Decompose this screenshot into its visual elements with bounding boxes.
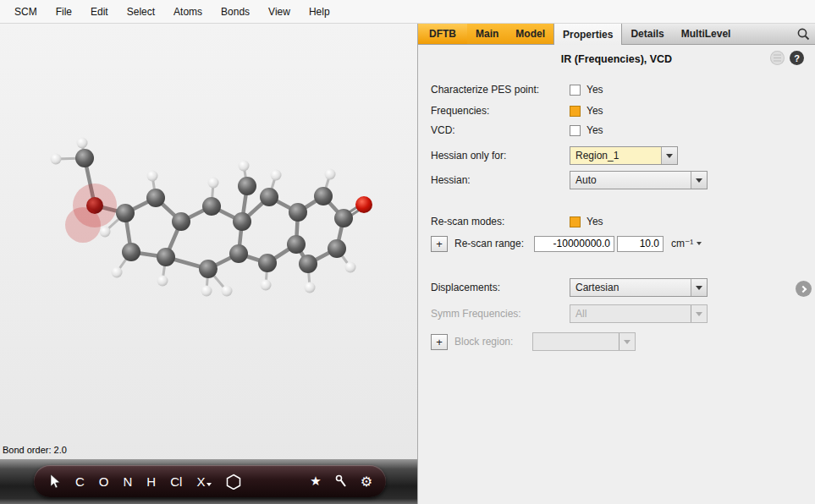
checkbox-label: Yes: [586, 124, 603, 136]
molecule-viewport[interactable]: Bond order: 2.0 C O N H Cl X ★ ⚙: [0, 24, 417, 504]
chevron-down-icon[interactable]: [691, 172, 707, 189]
chevron-down-icon[interactable]: [661, 147, 677, 164]
page-title: IR (Frequencies), VCD: [418, 53, 815, 65]
add-rescan-range-button[interactable]: +: [431, 236, 448, 252]
hessian-only-for-combobox[interactable]: Region_1: [570, 146, 678, 165]
combobox-value: Region_1: [570, 147, 661, 164]
dropdown-value: Auto: [570, 172, 691, 189]
tab-bar: DFTB Main Model Properties Details Multi…: [418, 24, 815, 45]
element-button-cl[interactable]: Cl: [170, 474, 182, 489]
menu-bar: SCM File Edit Select Atoms Bonds View He…: [0, 0, 815, 24]
element-button-x[interactable]: X: [196, 474, 212, 489]
field-rescan-modes: Re-scan modes: Yes: [418, 212, 815, 231]
menu-item-scm[interactable]: SCM: [5, 6, 47, 18]
displacements-dropdown[interactable]: Cartesian: [570, 278, 708, 297]
element-button-h[interactable]: H: [146, 474, 156, 489]
menu-item-help[interactable]: Help: [300, 6, 339, 18]
field-frequencies: Frequencies: Yes: [418, 101, 815, 120]
next-panel-arrow[interactable]: [796, 281, 812, 297]
field-label: Re-scan range:: [454, 238, 529, 249]
rescan-range-max-input[interactable]: [617, 236, 664, 252]
chevron-down-icon: [619, 333, 635, 350]
checkbox-label: Yes: [586, 216, 603, 227]
vcd-checkbox[interactable]: [570, 125, 581, 136]
cursor-tool-icon[interactable]: [50, 474, 61, 489]
tab-properties[interactable]: Properties: [553, 24, 622, 45]
element-x-dropdown-arrow-icon: [207, 483, 212, 486]
block-region-dropdown: [532, 332, 636, 351]
checkbox-label: Yes: [586, 105, 603, 117]
symm-frequencies-dropdown: All: [570, 304, 708, 323]
field-rescan-range: + Re-scan range: cm⁻¹: [418, 233, 815, 255]
field-symm-frequencies: Symm Frequencies: All: [418, 303, 815, 325]
viewer-bottom-strip: C O N H Cl X ★ ⚙: [0, 459, 417, 504]
tab-multilevel[interactable]: MultiLevel: [673, 24, 740, 44]
dropdown-value: All: [570, 305, 691, 322]
field-label: Block region:: [454, 336, 527, 348]
pick-tool-icon[interactable]: [335, 474, 347, 488]
field-label: Re-scan modes:: [431, 216, 570, 227]
help-icon[interactable]: ?: [790, 51, 804, 65]
menu-item-select[interactable]: Select: [118, 6, 164, 18]
field-hessian: Hessian: Auto: [418, 169, 815, 191]
panel-content: IR (Frequencies), VCD ? Characterize PES…: [418, 45, 815, 353]
element-button-o[interactable]: O: [99, 474, 109, 489]
dropdown-value: Cartesian: [570, 279, 691, 296]
field-hessian-only-for: Hessian only for: Region_1: [418, 145, 815, 167]
hessian-dropdown[interactable]: Auto: [570, 171, 708, 189]
tab-details[interactable]: Details: [622, 24, 672, 44]
field-block-region: + Block region:: [418, 331, 815, 353]
field-label: Symm Frequencies:: [431, 308, 570, 320]
menu-item-edit[interactable]: Edit: [81, 6, 118, 18]
dropdown-value: [533, 333, 619, 350]
unit-selector[interactable]: cm⁻¹: [671, 238, 702, 249]
field-characterize-pes: Characterize PES point: Yes: [418, 80, 815, 99]
add-block-region-button[interactable]: +: [431, 334, 448, 350]
frequencies-checkbox[interactable]: [570, 106, 581, 117]
field-label: VCD:: [431, 124, 570, 136]
unit-label: cm⁻¹: [671, 238, 693, 249]
checkbox-label: Yes: [586, 84, 603, 96]
tab-main[interactable]: Main: [467, 24, 507, 44]
characterize-pes-checkbox[interactable]: [570, 85, 581, 96]
panel-menu-icon[interactable]: [770, 51, 785, 65]
element-button-c[interactable]: C: [75, 474, 85, 489]
field-vcd: VCD: Yes: [418, 121, 815, 140]
ring-tool-icon[interactable]: [226, 474, 241, 490]
field-label: Characterize PES point:: [431, 84, 570, 96]
field-label: Frequencies:: [431, 105, 570, 117]
settings-gear-icon[interactable]: ⚙: [361, 474, 372, 490]
chevron-down-icon: [691, 305, 707, 322]
tab-package-dftb[interactable]: DFTB: [418, 24, 467, 44]
field-label: Hessian only for:: [431, 150, 570, 162]
chevron-down-icon: [697, 242, 702, 245]
field-displacements: Displacements: Cartesian: [418, 277, 815, 299]
rescan-range-min-input[interactable]: [534, 236, 614, 252]
menu-item-bonds[interactable]: Bonds: [212, 6, 259, 18]
element-toolbar: C O N H Cl X ★ ⚙: [34, 465, 386, 497]
field-label: Displacements:: [431, 282, 570, 293]
search-icon[interactable]: [796, 27, 811, 45]
chevron-down-icon[interactable]: [691, 279, 707, 296]
molecule-canvas[interactable]: [0, 24, 417, 459]
rescan-modes-checkbox[interactable]: [570, 216, 581, 227]
tab-model[interactable]: Model: [507, 24, 553, 44]
menu-item-file[interactable]: File: [47, 6, 81, 18]
element-button-n[interactable]: N: [124, 474, 133, 489]
input-panel: DFTB Main Model Properties Details Multi…: [417, 24, 815, 504]
status-bond-order: Bond order: 2.0: [3, 445, 67, 455]
favorites-star-icon[interactable]: ★: [310, 474, 321, 489]
field-label: Hessian:: [431, 174, 570, 186]
menu-item-view[interactable]: View: [259, 6, 300, 18]
chevron-right-icon: [799, 285, 806, 292]
menu-item-atoms[interactable]: Atoms: [164, 6, 212, 18]
